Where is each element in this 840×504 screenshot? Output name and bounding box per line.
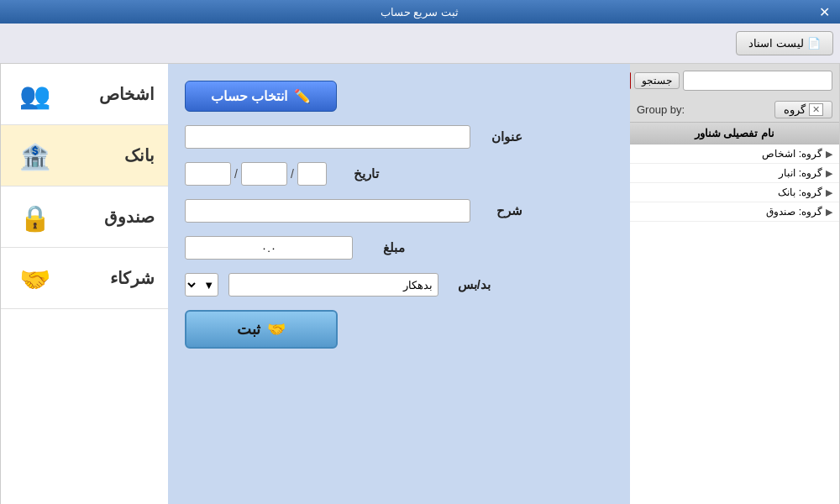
list-documents-button[interactable]: 📄 لیست اسناد: [736, 31, 833, 55]
list-item[interactable]: ▶ گروه: صندوق: [630, 202, 839, 222]
search-button[interactable]: جستجو: [634, 72, 680, 89]
tree-header: نام تفصیلی شناور: [630, 123, 839, 144]
debit-select[interactable]: ▼: [185, 273, 218, 297]
search-input[interactable]: [683, 71, 832, 91]
sidebar-item-partners[interactable]: شرکاء: [1, 248, 168, 309]
title-input[interactable]: [185, 125, 470, 149]
arrow-icon: ▶: [826, 168, 832, 179]
debit-input[interactable]: [228, 273, 438, 297]
amount-row: مبلغ: [185, 236, 613, 260]
group-button[interactable]: ✕ گروه: [774, 101, 832, 118]
date-row: تاریخ / /: [185, 162, 613, 186]
partners-icon: [14, 258, 55, 298]
desc-input[interactable]: [185, 199, 470, 223]
sidebar-item-safe[interactable]: صندوق: [1, 186, 168, 248]
title-bar: ✕ ثبت سریع حساب: [0, 0, 840, 24]
document-icon: 📄: [807, 37, 821, 50]
desc-row: شرح: [185, 199, 613, 223]
date-label: تاریخ: [337, 166, 379, 181]
group-by-label: :Group by: [637, 103, 685, 116]
sidebar-item-people[interactable]: اشخاص: [1, 64, 168, 125]
amount-input[interactable]: [185, 236, 353, 260]
title-bar-title: ثبت سریع حساب: [24, 6, 816, 18]
list-item[interactable]: ▶ گروه: انبار: [630, 164, 839, 183]
date-month-input[interactable]: [241, 162, 287, 186]
group-by-bar: ✕ گروه :Group by: [630, 97, 839, 123]
debit-credit-row: بد/بس ▼: [185, 273, 613, 297]
amount-label: مبلغ: [363, 240, 405, 255]
safe-icon: [14, 197, 55, 237]
search-bar: جستجو: [630, 64, 839, 97]
people-icon: [14, 74, 55, 114]
left-panel: جستجو ✕ گروه :Group by نام تفصیلی شناور …: [630, 64, 840, 504]
group-x-icon[interactable]: ✕: [809, 103, 823, 116]
main-layout: اشخاص بانک صندوق شرکاء ✏️ انتخاب حساب عن…: [0, 64, 840, 504]
center-area: ✏️ انتخاب حساب عنوان تاریخ / / شرح مبلغ: [168, 64, 630, 504]
date-year-input[interactable]: [185, 162, 231, 186]
list-item[interactable]: ▶ گروه: بانک: [630, 183, 839, 202]
arrow-icon: ▶: [826, 149, 832, 160]
right-sidebar: اشخاص بانک صندوق شرکاء: [0, 64, 168, 504]
handshake-icon: 🤝: [267, 320, 286, 339]
date-fields: / /: [185, 162, 327, 186]
arrow-icon: ▶: [826, 207, 832, 218]
bank-icon: [14, 135, 55, 176]
pencil-icon: ✏️: [294, 88, 311, 104]
arrow-icon: ▶: [826, 187, 832, 198]
sidebar-item-bank[interactable]: بانک: [1, 125, 168, 186]
tree-table: نام تفصیلی شناور ▶ گروه: اشخاص ▶ گروه: ا…: [630, 123, 839, 504]
title-bar-close[interactable]: ✕: [816, 4, 833, 20]
title-label: عنوان: [480, 129, 522, 144]
select-account-button[interactable]: ✏️ انتخاب حساب: [185, 81, 337, 112]
date-day-input[interactable]: [297, 162, 327, 186]
debit-label: بد/بس: [449, 277, 491, 292]
top-toolbar: 📄 لیست اسناد: [0, 24, 840, 64]
list-item[interactable]: ▶ گروه: اشخاص: [630, 144, 839, 164]
register-button[interactable]: 🤝 ثبت: [185, 310, 338, 349]
title-row: عنوان: [185, 125, 613, 149]
desc-label: شرح: [480, 203, 522, 218]
